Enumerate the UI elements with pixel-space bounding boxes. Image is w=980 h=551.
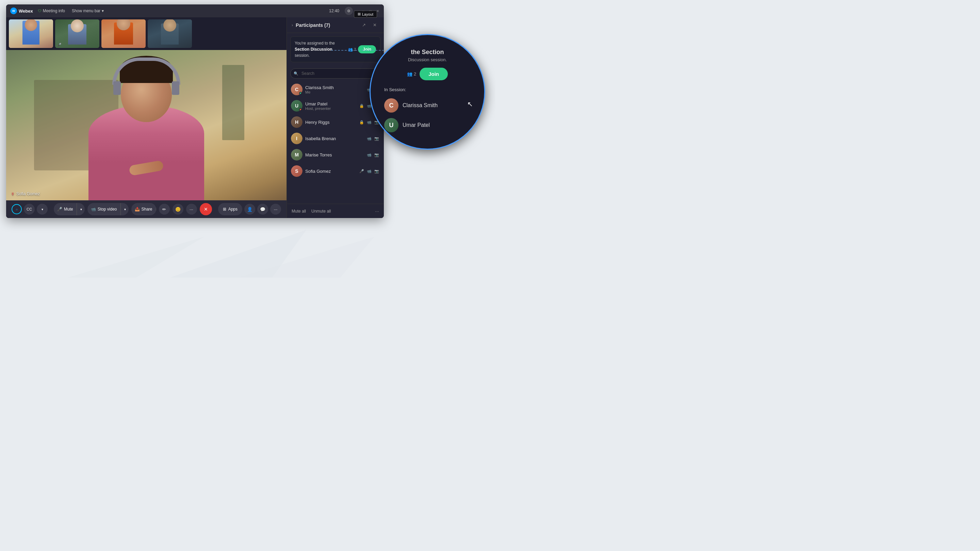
avatar-henry: H (291, 116, 302, 128)
participant-item-henry[interactable]: H Henry Riggs 🔒 📹 📷 (287, 114, 384, 130)
avatar-isabella: I (291, 133, 302, 144)
avatar-sofia: S (291, 165, 302, 177)
show-menu-button[interactable]: Show menu bar ▾ (70, 8, 106, 14)
speaker-name-text: Sofia Gomez (16, 192, 40, 196)
participant-name-marise: Marise Torres (305, 152, 363, 157)
title-bar-time: 12:40 (329, 8, 339, 13)
avatar-umar: U (291, 100, 302, 111)
zoom-session-umar: U Umar Patel (377, 115, 477, 135)
speaker-name: 🎙 Sofia Gomez (11, 192, 40, 196)
settings-icon[interactable]: ⚙ (345, 7, 353, 15)
participant-video-icon-sofia: 📹 (366, 168, 372, 174)
status-dot-clarissa (299, 92, 302, 95)
participant-cam-icon-sofia: 📷 (374, 168, 380, 174)
zoom-avatar-clarissa: C (384, 98, 398, 113)
zoom-participant-count: 👥 2 (407, 71, 416, 76)
participant-name-isabella: Isabella Brenan (305, 136, 363, 141)
participant-cam-icon-marise: 📹 (366, 152, 372, 158)
participant-lock-icon-umar: 🔒 (359, 103, 365, 109)
participant-info-marise: Marise Torres (305, 152, 363, 157)
search-bar: 🔍 ⇅ (290, 68, 380, 79)
expand-icon[interactable]: › (292, 23, 293, 27)
participant-cam-icon-isabella: 📷 (374, 136, 380, 141)
bg-decoration (0, 210, 495, 278)
meeting-info-button[interactable]: 🛡 Meeting info (36, 8, 67, 14)
thumbnail-3[interactable] (102, 19, 146, 48)
headphone-left (113, 81, 121, 95)
title-bar-left: W Webex 🛡 Meeting info Show menu bar ▾ (10, 8, 324, 14)
zoom-popup-content: the Section Discussion session. 👥 2 Join… (371, 35, 484, 149)
participant-lock-icon-henry: 🔒 (359, 119, 365, 125)
connector-line (331, 47, 385, 54)
thumbnail-strip: 🎤 ⊞ (6, 17, 286, 50)
sidebar-title: Participants (7) (296, 22, 360, 28)
bg-plant (222, 65, 245, 140)
chevron-down-icon: ▾ (102, 8, 104, 13)
participant-info-umar: Umar Patel Host, presenter (305, 102, 356, 111)
avatar-clarissa: C (291, 84, 302, 95)
shield-icon: 🛡 (38, 9, 41, 13)
participant-item-isabella[interactable]: I Isabella Brenan 📹 📷 (287, 130, 384, 147)
zoom-person-name-umar: Umar Patel (402, 122, 430, 128)
meeting-info-label: Meeting info (43, 8, 65, 13)
zoom-session-clarissa: C Clarissa Smith (377, 95, 477, 115)
zoom-join-button[interactable]: Join (420, 68, 448, 80)
mute-icon-2: 🎤 (57, 43, 61, 47)
content-area: 🎤 ⊞ (6, 17, 384, 218)
show-menu-label: Show menu bar (72, 8, 100, 13)
app-window: W Webex 🛡 Meeting info Show menu bar ▾ 1… (6, 5, 384, 218)
search-input[interactable] (290, 68, 380, 79)
zoom-person-name-clarissa: Clarissa Smith (402, 102, 438, 108)
zoom-in-session-label: In Session: (377, 87, 477, 92)
popout-button[interactable]: ↗ (360, 21, 368, 30)
search-icon: 🔍 (294, 71, 298, 76)
thumbnail-1[interactable] (9, 19, 53, 48)
video-area: 🎤 ⊞ (6, 17, 286, 218)
participant-name-clarissa: Clarissa Smith (305, 85, 363, 90)
participant-name-umar: Umar Patel (305, 102, 356, 106)
participant-role-umar: Host, presenter (305, 106, 356, 111)
webex-logo: W Webex (10, 8, 33, 14)
zoom-circle-popup: the Section Discussion session. 👥 2 Join… (369, 34, 485, 150)
participant-role-clarissa: Me (305, 90, 363, 94)
participant-mic-active-sofia: 🎤 (359, 168, 365, 174)
participant-actions-marise: 📹 📷 (366, 152, 380, 158)
participants-list: C Clarissa Smith Me 📹 📷 U (287, 81, 384, 204)
zoom-people-icon: 👥 (407, 71, 412, 76)
participant-item-umar[interactable]: U Umar Patel Host, presenter 🔒 📹 📷 (287, 98, 384, 114)
zoom-section-bold: Section (422, 49, 444, 56)
participant-info-sofia: Sofia Gomez (305, 169, 356, 174)
person-video (82, 57, 211, 200)
sidebar-header: › Participants (7) ↗ ✕ (287, 17, 384, 33)
zoom-avatar-umar: U (384, 118, 398, 132)
zoom-count-text: 2 (414, 71, 416, 76)
main-video: 🎙 Sofia Gomez (6, 50, 286, 200)
status-dot-umar (299, 108, 302, 111)
thumbnail-2[interactable]: 🎤 (55, 19, 99, 48)
headphone-right (172, 81, 179, 95)
participant-video-icon-henry: 📹 (366, 119, 372, 125)
participant-name-sofia: Sofia Gomez (305, 169, 356, 174)
close-panel-button[interactable]: ✕ (370, 21, 379, 30)
participant-item-sofia[interactable]: S Sofia Gomez 🎤 📹 📷 (287, 163, 384, 179)
webex-label: Webex (19, 8, 33, 14)
sidebar-header-actions: ↗ ✕ (360, 21, 379, 30)
svg-marker-1 (68, 237, 204, 278)
participant-video-icon-isabella: 📹 (366, 136, 372, 141)
participant-item-marise[interactable]: M Marise Torres 📹 📷 (287, 147, 384, 163)
speaker-mic-icon: 🎙 (11, 192, 14, 196)
sidebar-title-row: › Participants (7) (292, 22, 360, 28)
thumbnail-4[interactable] (148, 19, 192, 48)
participant-name-henry: Henry Riggs (305, 120, 356, 125)
participant-info-clarissa: Clarissa Smith Me (305, 85, 363, 94)
zoom-section-the: the (411, 49, 422, 56)
avatar-marise: M (291, 149, 302, 160)
participant-actions-isabella: 📹 📷 (366, 136, 380, 141)
participant-info-henry: Henry Riggs (305, 120, 356, 125)
participant-video-icon-marise: 📷 (374, 152, 380, 158)
title-bar: W Webex 🛡 Meeting info Show menu bar ▾ 1… (6, 5, 384, 17)
webex-logo-icon: W (10, 8, 17, 14)
participant-actions-sofia: 🎤 📹 📷 (359, 168, 380, 174)
zoom-join-row: 👥 2 Join (377, 68, 477, 80)
headphones (112, 57, 180, 85)
